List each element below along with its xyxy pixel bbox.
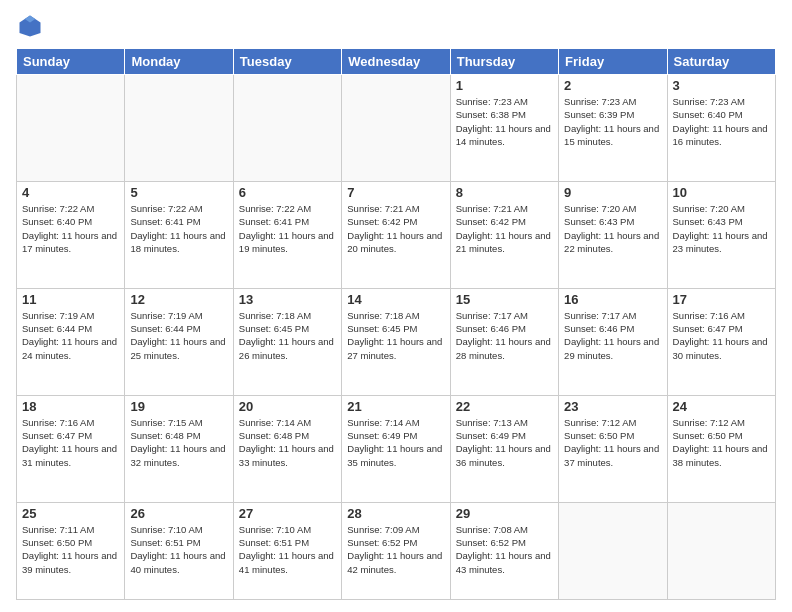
day-number: 18 (22, 399, 119, 414)
calendar-day-cell: 2Sunrise: 7:23 AMSunset: 6:39 PMDaylight… (559, 75, 667, 182)
day-number: 10 (673, 185, 770, 200)
page: SundayMondayTuesdayWednesdayThursdayFrid… (0, 0, 792, 612)
day-number: 26 (130, 506, 227, 521)
calendar-day-cell: 27Sunrise: 7:10 AMSunset: 6:51 PMDayligh… (233, 502, 341, 599)
calendar-day-cell: 7Sunrise: 7:21 AMSunset: 6:42 PMDaylight… (342, 181, 450, 288)
calendar-day-cell: 24Sunrise: 7:12 AMSunset: 6:50 PMDayligh… (667, 395, 775, 502)
day-number: 12 (130, 292, 227, 307)
day-info: Sunrise: 7:13 AMSunset: 6:49 PMDaylight:… (456, 416, 553, 469)
day-number: 14 (347, 292, 444, 307)
day-number: 27 (239, 506, 336, 521)
calendar-day-cell: 12Sunrise: 7:19 AMSunset: 6:44 PMDayligh… (125, 288, 233, 395)
day-info: Sunrise: 7:09 AMSunset: 6:52 PMDaylight:… (347, 523, 444, 576)
day-info: Sunrise: 7:23 AMSunset: 6:40 PMDaylight:… (673, 95, 770, 148)
day-info: Sunrise: 7:20 AMSunset: 6:43 PMDaylight:… (673, 202, 770, 255)
day-number: 21 (347, 399, 444, 414)
calendar-day-cell: 28Sunrise: 7:09 AMSunset: 6:52 PMDayligh… (342, 502, 450, 599)
day-info: Sunrise: 7:17 AMSunset: 6:46 PMDaylight:… (456, 309, 553, 362)
calendar-day-cell (17, 75, 125, 182)
day-info: Sunrise: 7:22 AMSunset: 6:40 PMDaylight:… (22, 202, 119, 255)
calendar-week-row: 25Sunrise: 7:11 AMSunset: 6:50 PMDayligh… (17, 502, 776, 599)
calendar-day-cell: 8Sunrise: 7:21 AMSunset: 6:42 PMDaylight… (450, 181, 558, 288)
day-info: Sunrise: 7:19 AMSunset: 6:44 PMDaylight:… (22, 309, 119, 362)
day-info: Sunrise: 7:12 AMSunset: 6:50 PMDaylight:… (564, 416, 661, 469)
calendar-day-cell: 17Sunrise: 7:16 AMSunset: 6:47 PMDayligh… (667, 288, 775, 395)
day-number: 29 (456, 506, 553, 521)
day-number: 5 (130, 185, 227, 200)
day-number: 15 (456, 292, 553, 307)
logo (16, 12, 48, 40)
calendar-week-row: 4Sunrise: 7:22 AMSunset: 6:40 PMDaylight… (17, 181, 776, 288)
day-number: 3 (673, 78, 770, 93)
day-info: Sunrise: 7:14 AMSunset: 6:49 PMDaylight:… (347, 416, 444, 469)
day-info: Sunrise: 7:12 AMSunset: 6:50 PMDaylight:… (673, 416, 770, 469)
calendar-header-row: SundayMondayTuesdayWednesdayThursdayFrid… (17, 49, 776, 75)
calendar-day-cell (233, 75, 341, 182)
calendar-day-cell: 21Sunrise: 7:14 AMSunset: 6:49 PMDayligh… (342, 395, 450, 502)
calendar-day-cell: 15Sunrise: 7:17 AMSunset: 6:46 PMDayligh… (450, 288, 558, 395)
day-info: Sunrise: 7:16 AMSunset: 6:47 PMDaylight:… (673, 309, 770, 362)
day-header-wednesday: Wednesday (342, 49, 450, 75)
day-number: 23 (564, 399, 661, 414)
day-number: 22 (456, 399, 553, 414)
day-info: Sunrise: 7:22 AMSunset: 6:41 PMDaylight:… (130, 202, 227, 255)
day-header-monday: Monday (125, 49, 233, 75)
calendar-day-cell: 1Sunrise: 7:23 AMSunset: 6:38 PMDaylight… (450, 75, 558, 182)
calendar-day-cell: 9Sunrise: 7:20 AMSunset: 6:43 PMDaylight… (559, 181, 667, 288)
calendar-day-cell: 6Sunrise: 7:22 AMSunset: 6:41 PMDaylight… (233, 181, 341, 288)
day-number: 2 (564, 78, 661, 93)
calendar-day-cell: 3Sunrise: 7:23 AMSunset: 6:40 PMDaylight… (667, 75, 775, 182)
calendar-week-row: 1Sunrise: 7:23 AMSunset: 6:38 PMDaylight… (17, 75, 776, 182)
calendar-day-cell: 10Sunrise: 7:20 AMSunset: 6:43 PMDayligh… (667, 181, 775, 288)
day-number: 9 (564, 185, 661, 200)
calendar-day-cell: 14Sunrise: 7:18 AMSunset: 6:45 PMDayligh… (342, 288, 450, 395)
calendar-day-cell: 22Sunrise: 7:13 AMSunset: 6:49 PMDayligh… (450, 395, 558, 502)
calendar-day-cell: 18Sunrise: 7:16 AMSunset: 6:47 PMDayligh… (17, 395, 125, 502)
day-info: Sunrise: 7:11 AMSunset: 6:50 PMDaylight:… (22, 523, 119, 576)
day-number: 19 (130, 399, 227, 414)
day-header-sunday: Sunday (17, 49, 125, 75)
day-number: 4 (22, 185, 119, 200)
day-info: Sunrise: 7:14 AMSunset: 6:48 PMDaylight:… (239, 416, 336, 469)
day-header-friday: Friday (559, 49, 667, 75)
calendar-day-cell: 20Sunrise: 7:14 AMSunset: 6:48 PMDayligh… (233, 395, 341, 502)
day-info: Sunrise: 7:23 AMSunset: 6:38 PMDaylight:… (456, 95, 553, 148)
day-info: Sunrise: 7:10 AMSunset: 6:51 PMDaylight:… (239, 523, 336, 576)
day-info: Sunrise: 7:08 AMSunset: 6:52 PMDaylight:… (456, 523, 553, 576)
day-number: 17 (673, 292, 770, 307)
calendar-day-cell: 11Sunrise: 7:19 AMSunset: 6:44 PMDayligh… (17, 288, 125, 395)
day-info: Sunrise: 7:22 AMSunset: 6:41 PMDaylight:… (239, 202, 336, 255)
calendar-day-cell: 16Sunrise: 7:17 AMSunset: 6:46 PMDayligh… (559, 288, 667, 395)
day-number: 25 (22, 506, 119, 521)
day-number: 11 (22, 292, 119, 307)
calendar-day-cell: 26Sunrise: 7:10 AMSunset: 6:51 PMDayligh… (125, 502, 233, 599)
calendar-day-cell: 19Sunrise: 7:15 AMSunset: 6:48 PMDayligh… (125, 395, 233, 502)
calendar-day-cell (342, 75, 450, 182)
day-info: Sunrise: 7:15 AMSunset: 6:48 PMDaylight:… (130, 416, 227, 469)
calendar-day-cell (559, 502, 667, 599)
day-info: Sunrise: 7:20 AMSunset: 6:43 PMDaylight:… (564, 202, 661, 255)
day-number: 6 (239, 185, 336, 200)
day-header-saturday: Saturday (667, 49, 775, 75)
day-info: Sunrise: 7:21 AMSunset: 6:42 PMDaylight:… (456, 202, 553, 255)
calendar-day-cell (125, 75, 233, 182)
day-info: Sunrise: 7:10 AMSunset: 6:51 PMDaylight:… (130, 523, 227, 576)
calendar-week-row: 18Sunrise: 7:16 AMSunset: 6:47 PMDayligh… (17, 395, 776, 502)
day-info: Sunrise: 7:19 AMSunset: 6:44 PMDaylight:… (130, 309, 227, 362)
day-info: Sunrise: 7:17 AMSunset: 6:46 PMDaylight:… (564, 309, 661, 362)
day-number: 7 (347, 185, 444, 200)
day-info: Sunrise: 7:18 AMSunset: 6:45 PMDaylight:… (347, 309, 444, 362)
day-info: Sunrise: 7:21 AMSunset: 6:42 PMDaylight:… (347, 202, 444, 255)
day-number: 28 (347, 506, 444, 521)
day-number: 20 (239, 399, 336, 414)
calendar: SundayMondayTuesdayWednesdayThursdayFrid… (16, 48, 776, 600)
calendar-day-cell: 29Sunrise: 7:08 AMSunset: 6:52 PMDayligh… (450, 502, 558, 599)
calendar-day-cell (667, 502, 775, 599)
calendar-week-row: 11Sunrise: 7:19 AMSunset: 6:44 PMDayligh… (17, 288, 776, 395)
day-number: 24 (673, 399, 770, 414)
day-number: 16 (564, 292, 661, 307)
day-info: Sunrise: 7:23 AMSunset: 6:39 PMDaylight:… (564, 95, 661, 148)
day-info: Sunrise: 7:18 AMSunset: 6:45 PMDaylight:… (239, 309, 336, 362)
day-number: 8 (456, 185, 553, 200)
day-header-thursday: Thursday (450, 49, 558, 75)
